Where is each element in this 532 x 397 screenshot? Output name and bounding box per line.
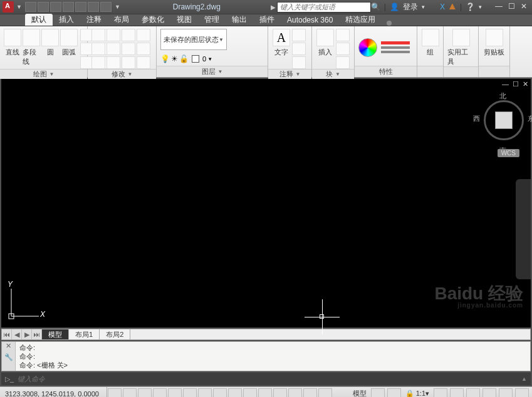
tab-a360[interactable]: Autodesk 360: [281, 14, 339, 26]
qat-open-icon[interactable]: [38, 2, 49, 12]
help-search-input[interactable]: [277, 2, 371, 13]
qat-dropdown-icon[interactable]: ▼: [115, 4, 120, 10]
props-panel-title[interactable]: 特性: [355, 66, 417, 77]
mirror-tool[interactable]: [107, 43, 120, 55]
group-tool[interactable]: 组: [421, 29, 439, 57]
status-sc-icon[interactable]: [303, 388, 317, 398]
qat-save-icon[interactable]: [50, 2, 61, 12]
modify-panel-title[interactable]: 修改▼: [88, 69, 156, 79]
color-wheel-icon[interactable]: [358, 38, 377, 57]
qat-new-icon[interactable]: [25, 2, 36, 12]
layer-freeze-icon[interactable]: ☀: [171, 54, 178, 63]
fillet-tool[interactable]: [122, 43, 135, 55]
status-ws-icon[interactable]: [466, 388, 480, 398]
layout-prev-icon[interactable]: ◀: [12, 329, 22, 339]
status-model-button[interactable]: 模型: [350, 389, 369, 397]
block-attr-tool[interactable]: [336, 56, 350, 69]
maximize-button[interactable]: ☐: [507, 3, 516, 11]
tab-insert[interactable]: 插入: [53, 14, 80, 26]
annotate-panel-title[interactable]: 注释▼: [268, 69, 311, 79]
status-snap-icon[interactable]: [123, 388, 137, 398]
help-icon[interactable]: ❔: [466, 3, 475, 11]
tab-parametric[interactable]: 参数化: [135, 14, 170, 26]
viewport-close-icon[interactable]: ✕: [523, 80, 528, 88]
layout-next-icon[interactable]: ▶: [22, 329, 32, 339]
login-link[interactable]: 登录: [403, 2, 418, 13]
explode-tool[interactable]: [137, 43, 150, 55]
cmd-close-icon[interactable]: ✕: [2, 342, 15, 353]
leader-tool[interactable]: [292, 43, 306, 55]
status-3dosnap-icon[interactable]: [198, 388, 212, 398]
utilities-tool[interactable]: 实用工具: [447, 29, 474, 66]
trim-tool[interactable]: [122, 29, 135, 41]
app-logo-icon[interactable]: [3, 1, 14, 13]
circle-tool[interactable]: 圆: [41, 29, 59, 57]
viewcube-north[interactable]: 北: [499, 91, 506, 101]
qat-undo-icon[interactable]: [88, 2, 99, 12]
status-layout-icon[interactable]: [371, 388, 385, 398]
cmd-config-icon[interactable]: 🔧: [2, 353, 15, 364]
table-tool[interactable]: [292, 56, 306, 69]
layer-lock-icon[interactable]: 🔓: [179, 54, 189, 63]
status-ducs-icon[interactable]: [228, 388, 242, 398]
tab-addins[interactable]: 插件: [253, 14, 281, 26]
tab-view[interactable]: 视图: [170, 14, 198, 26]
block-create-tool[interactable]: [336, 29, 350, 41]
qat-saveas-icon[interactable]: [63, 2, 74, 12]
array-tool[interactable]: [122, 56, 135, 69]
wcs-badge[interactable]: WCS: [498, 149, 519, 157]
rotate-tool[interactable]: [107, 29, 120, 41]
status-tpy-icon[interactable]: [273, 388, 287, 398]
status-am-icon[interactable]: [318, 388, 332, 398]
layout-first-icon[interactable]: ⏮: [2, 329, 12, 339]
status-ortho-icon[interactable]: [153, 388, 167, 398]
viewcube-east[interactable]: 东: [528, 114, 532, 123]
exchange-a-icon[interactable]: ⯅: [449, 3, 456, 11]
dimension-tool[interactable]: [292, 29, 306, 41]
minimize-button[interactable]: —: [494, 3, 503, 11]
tab-default[interactable]: 默认: [25, 14, 53, 26]
stretch-tool[interactable]: [91, 56, 105, 69]
viewcube-face[interactable]: [495, 111, 513, 129]
exchange-x-icon[interactable]: Ⅹ: [440, 3, 445, 11]
tab-layout[interactable]: 布局: [108, 14, 135, 26]
tab-featured[interactable]: 精选应用: [339, 14, 382, 26]
status-dyn-icon[interactable]: [243, 388, 257, 398]
line-tool[interactable]: 直线: [4, 29, 21, 57]
command-input[interactable]: [18, 375, 521, 383]
status-annoscale-icon[interactable]: [434, 388, 447, 398]
qat-print-icon[interactable]: [75, 2, 86, 12]
status-annovis-icon[interactable]: [450, 388, 464, 398]
arc-tool[interactable]: 圆弧: [60, 29, 78, 57]
properties-lines[interactable]: [381, 41, 410, 53]
viewcube-west[interactable]: 西: [473, 114, 480, 123]
status-qp-icon[interactable]: [288, 388, 302, 398]
viewcube[interactable]: 北 西 东 南: [482, 91, 526, 154]
layer-panel-title[interactable]: 图层▼: [157, 66, 268, 77]
layer-color-swatch[interactable]: [192, 55, 199, 63]
polyline-tool[interactable]: 多段线: [23, 29, 40, 66]
insert-tool[interactable]: 插入: [316, 29, 335, 57]
command-dropdown-icon[interactable]: ▲: [521, 376, 527, 382]
layer-state-combo[interactable]: 未保存的图层状态▼: [160, 29, 227, 50]
coordinates-readout[interactable]: 3123.3008, 1245.0119, 0.0000: [0, 390, 104, 398]
status-otrack-icon[interactable]: [213, 388, 227, 398]
layout-last-icon[interactable]: ⏭: [32, 329, 42, 339]
move-tool[interactable]: [91, 29, 105, 41]
tab-manage[interactable]: 管理: [198, 14, 226, 26]
tab-overflow-icon[interactable]: [387, 21, 392, 26]
search-binoculars-icon[interactable]: 🔍: [371, 3, 380, 11]
layout-tab-model[interactable]: 模型: [42, 329, 69, 339]
status-infer-icon[interactable]: [108, 388, 122, 398]
viewport-minimize-icon[interactable]: —: [502, 80, 509, 88]
block-edit-tool[interactable]: [336, 43, 350, 55]
offset-tool[interactable]: [137, 56, 150, 69]
status-lwt-icon[interactable]: [258, 388, 272, 398]
draw-panel-title[interactable]: 绘图▼: [0, 69, 87, 79]
copy-tool[interactable]: [91, 43, 105, 55]
status-scale[interactable]: 🔒 1:1▾: [403, 389, 432, 397]
qat-redo-icon[interactable]: [100, 2, 112, 12]
scale-tool[interactable]: [107, 56, 120, 69]
text-tool[interactable]: A文字: [272, 29, 291, 57]
clipboard-tool[interactable]: 剪贴板: [482, 29, 506, 57]
